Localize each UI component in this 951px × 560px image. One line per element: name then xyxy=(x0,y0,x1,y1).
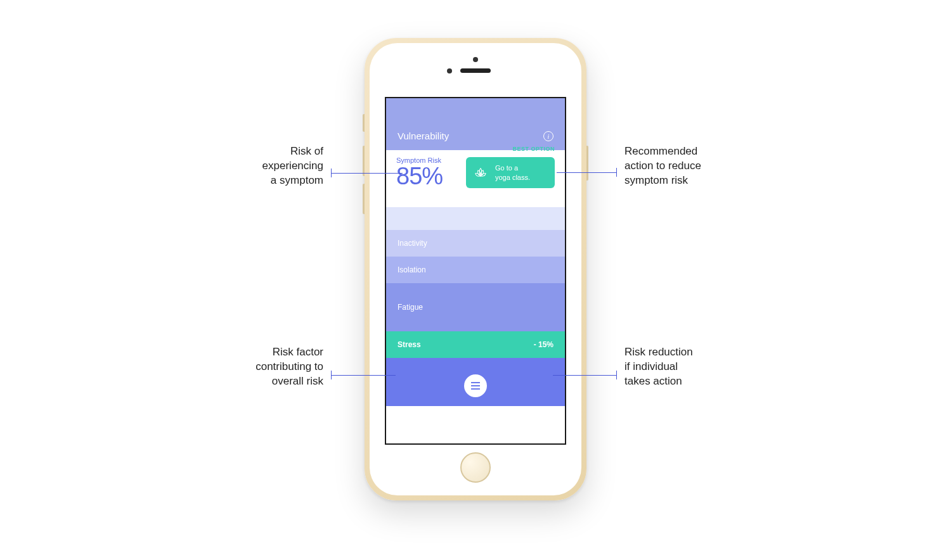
factor-bar-fatigue[interactable]: Fatigue xyxy=(386,283,565,331)
factor-label: Fatigue xyxy=(398,303,423,312)
factor-bar-bottom[interactable] xyxy=(386,358,565,406)
phone-speaker xyxy=(460,68,491,73)
menu-icon xyxy=(471,382,480,383)
callout-line xyxy=(616,371,617,379)
risk-factor-bars: Inactivity Isolation Fatigue Stress - 15… xyxy=(386,207,565,406)
callout-line xyxy=(331,375,396,376)
factor-bar-inactivity[interactable]: Inactivity xyxy=(386,230,565,257)
page-title: Vulnerability xyxy=(398,130,449,141)
app-screen: Vulnerability i Symptom Risk 85% BEST OP… xyxy=(385,97,566,445)
home-button[interactable] xyxy=(460,452,491,483)
factor-bar-blank[interactable] xyxy=(386,207,565,230)
factor-label: Stress xyxy=(398,340,421,349)
phone-volume-up xyxy=(363,146,365,176)
phone-power-button xyxy=(586,146,588,181)
info-icon[interactable]: i xyxy=(543,131,553,141)
callout-risk-factor: Risk factorcontributing tooverall risk xyxy=(190,345,323,389)
factor-label: Inactivity xyxy=(398,239,427,248)
callout-risk-symptom: Risk ofexperiencinga symptom xyxy=(190,144,323,188)
best-option-label: BEST OPTION xyxy=(512,146,555,152)
callout-line xyxy=(553,375,617,376)
factor-bar-isolation[interactable]: Isolation xyxy=(386,257,565,283)
phone-sensor xyxy=(473,57,478,62)
callout-line xyxy=(331,173,403,174)
phone-camera xyxy=(447,68,452,73)
callout-line xyxy=(557,172,617,173)
symptom-risk-block: Symptom Risk 85% xyxy=(396,156,443,188)
recommended-action-text: Go to ayoga class. xyxy=(495,163,530,182)
callout-risk-reduction: Risk reductionif individualtakes action xyxy=(624,345,770,389)
menu-icon xyxy=(471,385,480,386)
phone-bezel: Vulnerability i Symptom Risk 85% BEST OP… xyxy=(370,43,581,495)
menu-button[interactable] xyxy=(464,374,487,397)
factor-bar-stress[interactable]: Stress - 15% xyxy=(386,331,565,358)
factor-reduction-value: - 15% xyxy=(534,340,553,349)
callout-recommended-action: Recommendedaction to reducesymptom risk xyxy=(624,144,770,188)
menu-icon xyxy=(471,388,480,390)
app-header: Vulnerability i xyxy=(386,98,565,150)
factor-label: Isolation xyxy=(398,265,426,274)
risk-row: Symptom Risk 85% BEST OPTION xyxy=(386,150,565,207)
lotus-icon xyxy=(472,165,489,181)
phone-mute-switch xyxy=(363,114,365,132)
phone-frame: Vulnerability i Symptom Risk 85% BEST OP… xyxy=(365,38,586,500)
symptom-risk-value: 85% xyxy=(396,164,443,188)
callout-line xyxy=(616,168,617,177)
phone-volume-down xyxy=(363,184,365,214)
recommended-action-card[interactable]: BEST OPTION Go to ayoga class. xyxy=(466,157,555,188)
